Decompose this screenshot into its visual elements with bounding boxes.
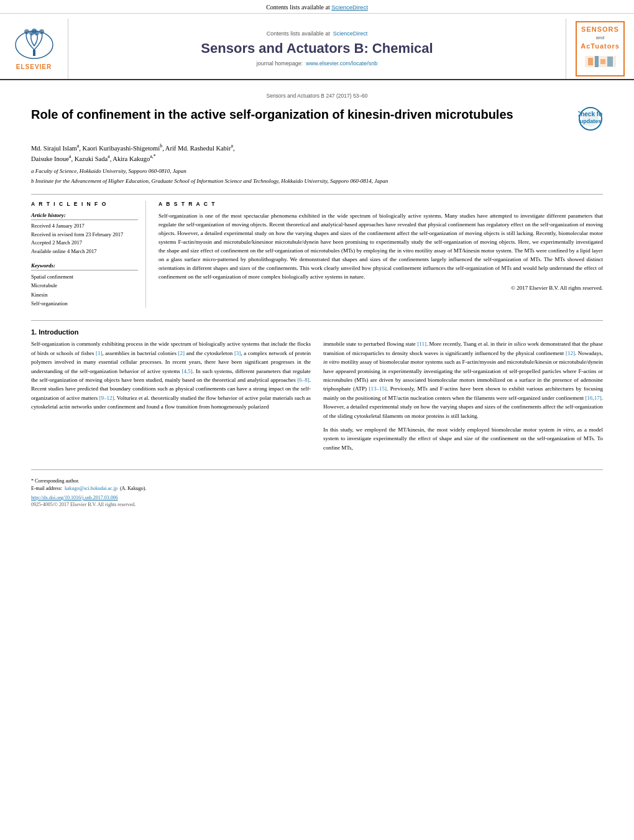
article-history-label: Article history: xyxy=(31,212,138,220)
email-attribution: (A. Kakugo). xyxy=(120,486,146,491)
sensors-logo-graphic xyxy=(585,53,616,70)
ref-16-17[interactable]: [16,17] xyxy=(586,395,602,401)
intro-para-1: Self-organization is commonly exhibiting… xyxy=(31,339,311,411)
ref-13-15[interactable]: [13–15] xyxy=(369,385,387,392)
abstract-label: A B S T R A C T xyxy=(158,201,603,207)
keywords-list: Spatial confinement Microtubule Kinesin … xyxy=(31,272,138,308)
journal-homepage-link[interactable]: www.elsevier.com/locate/snb xyxy=(306,60,377,67)
contents-text: Contents lists available at xyxy=(266,4,329,11)
issn-copyright-line: 0925-4005/© 2017 Elsevier B.V. All right… xyxy=(0,502,634,511)
svg-rect-9 xyxy=(595,56,599,67)
author-email[interactable]: kakugo@sci.hokudai.ac.jp xyxy=(65,486,117,491)
article-info-label: A R T I C L E I N F O xyxy=(31,201,138,207)
keyword-1: Spatial confinement xyxy=(31,274,73,280)
ref-2[interactable]: [2] xyxy=(178,350,185,356)
article-info-abstract: A R T I C L E I N F O Article history: R… xyxy=(31,194,603,308)
email-label: E-mail address: xyxy=(31,486,62,491)
keywords-label: Keywords: xyxy=(31,262,138,270)
sensors-text: SENSORS xyxy=(581,25,620,34)
elsevier-wordmark: ELSEVIER xyxy=(16,63,52,70)
article-title: Role of confinement in the active self-o… xyxy=(31,106,572,122)
article-content: Sensors and Actuators B 247 (2017) 53–60… xyxy=(0,80,634,321)
journal-header: ELSEVIER Contents lists available at Sci… xyxy=(0,14,634,80)
article-title-section: Role of confinement in the active self-o… xyxy=(31,106,603,136)
svg-rect-8 xyxy=(588,58,593,65)
footnote-section: * Corresponding author. E-mail address: … xyxy=(31,469,603,492)
doi-line: http://dx.doi.org/10.1016/j.snb.2017.03.… xyxy=(0,492,634,502)
svg-text:Check for: Check for xyxy=(578,111,603,118)
sciencedirect-link[interactable]: ScienceDirect xyxy=(331,4,368,11)
svg-point-2 xyxy=(24,29,29,34)
svg-rect-1 xyxy=(33,50,35,56)
intro-heading: 1. Introduction xyxy=(31,328,603,336)
abstract-text: Self-organization is one of the most spe… xyxy=(158,212,603,292)
svg-rect-10 xyxy=(600,59,605,64)
corresponding-author-note: * Corresponding author. E-mail address: … xyxy=(31,478,603,492)
accepted-date: Accepted 2 March 2017 xyxy=(31,239,82,246)
ref-9-12[interactable]: [9–12] xyxy=(99,395,114,401)
crossmark-icon: Check for updates xyxy=(578,106,603,131)
svg-point-6 xyxy=(32,29,37,34)
ref-4-5[interactable]: [4,5] xyxy=(182,368,193,374)
elsevier-tree-icon xyxy=(12,27,57,62)
abstract-column: A B S T R A C T Self-organization is one… xyxy=(158,201,603,308)
ref-6-8[interactable]: [6–8] xyxy=(297,377,310,383)
affiliation-a: a Faculty of Science, Hokkaido Universit… xyxy=(31,167,603,175)
contents-line: Contents lists available at ScienceDirec… xyxy=(267,30,368,37)
keyword-3: Kinesin xyxy=(31,292,47,298)
intro-col-right: immobile state to perturbed flowing stat… xyxy=(323,339,603,457)
journal-title-section: Contents lists available at ScienceDirec… xyxy=(68,19,566,79)
intro-col-left: Self-organization is commonly exhibiting… xyxy=(31,339,311,457)
doi-link[interactable]: http://dx.doi.org/10.1016/j.snb.2017.03.… xyxy=(31,495,118,501)
available-date: Available online 4 March 2017 xyxy=(31,248,97,254)
ref-12[interactable]: [12] xyxy=(566,350,575,356)
actuators-text: AcTuators xyxy=(581,42,620,51)
intro-body: Self-organization is commonly exhibiting… xyxy=(31,339,603,457)
article-info-column: A R T I C L E I N F O Article history: R… xyxy=(31,201,146,308)
keyword-2: Microtubule xyxy=(31,282,57,288)
keyword-4: Self-organization xyxy=(31,300,68,307)
sensors-actuators-logo-box: SENSORS and AcTuators xyxy=(566,19,634,79)
abstract-copyright: © 2017 Elsevier B.V. All rights reserved… xyxy=(158,284,603,293)
intro-para-3: In this study, we employed the MT/kinesi… xyxy=(323,425,603,452)
citation-line: Sensors and Actuators B 247 (2017) 53–60 xyxy=(31,93,603,99)
ref-1[interactable]: [1] xyxy=(96,350,103,356)
svg-text:updates: updates xyxy=(580,118,602,124)
journal-homepage: journal homepage: www.elsevier.com/locat… xyxy=(257,60,378,67)
sensors-actuators-logo: SENSORS and AcTuators xyxy=(576,21,625,76)
received-date: Received 4 January 2017 xyxy=(31,223,85,229)
content-divider xyxy=(31,320,603,321)
article-dates: Received 4 January 2017 Received in revi… xyxy=(31,222,138,256)
body-section: 1. Introduction Self-organization is com… xyxy=(0,328,634,469)
authors-line: Md. Sirajul Islama, Kaori Kuribayashi-Sh… xyxy=(31,142,603,164)
elsevier-logo: ELSEVIER xyxy=(0,19,68,79)
ref-11[interactable]: [11] xyxy=(417,341,426,347)
affiliation-b: b Institute for the Advancement of Highe… xyxy=(31,177,603,185)
journal-main-title: Sensors and Actuators B: Chemical xyxy=(201,40,433,57)
ref-3[interactable]: [3] xyxy=(234,350,241,356)
svg-point-5 xyxy=(39,29,44,34)
sciencedirect-link-header[interactable]: ScienceDirect xyxy=(333,30,368,37)
top-bar: Contents lists available at ScienceDirec… xyxy=(0,0,634,14)
sensors-and-text: and xyxy=(581,34,620,41)
revised-date: Received in revised form 23 February 201… xyxy=(31,231,123,238)
svg-rect-11 xyxy=(607,57,613,67)
intro-para-2: immobile state to perturbed flowing stat… xyxy=(323,339,603,420)
